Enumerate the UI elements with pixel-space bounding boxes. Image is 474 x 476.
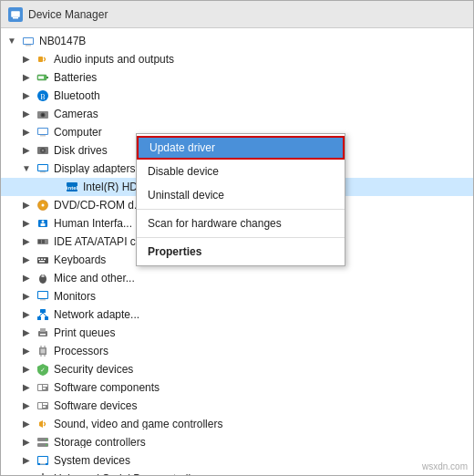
expand-keyboards[interactable]: ▶ <box>19 253 34 267</box>
svg-rect-15 <box>40 135 46 137</box>
intel-icon: intel <box>65 180 79 194</box>
context-menu-properties[interactable]: Properties <box>137 240 345 264</box>
security-label: Security devices <box>54 364 133 375</box>
context-menu-disable[interactable]: Disable device <box>137 160 345 183</box>
svg-rect-33 <box>37 257 48 264</box>
sound-label: Sound, video and game controllers <box>54 419 222 429</box>
svg-rect-45 <box>37 316 41 320</box>
svg-rect-53 <box>41 349 46 354</box>
tree-item-network[interactable]: ▶ Network adapte... <box>1 305 473 324</box>
diskdrives-icon <box>36 143 50 158</box>
expand-print[interactable]: ▶ <box>19 326 34 340</box>
svg-rect-3 <box>26 45 31 47</box>
expand-sound[interactable]: ▶ <box>19 417 34 431</box>
tree-item-bluetooth[interactable]: ▶ B Bluetooth <box>1 87 473 105</box>
svg-rect-66 <box>43 406 46 408</box>
diskdrives-label: Disk drives <box>54 145 108 156</box>
tree-item-processors[interactable]: ▶ Processors <box>1 342 473 360</box>
svg-text:intel: intel <box>67 185 78 191</box>
usb-label: Universal Serial Bus controllers <box>54 473 206 475</box>
svg-text:B: B <box>40 93 45 101</box>
display-icon <box>36 161 50 176</box>
uninstall-device-label: Uninstall device <box>148 189 224 202</box>
expand-softwaredev[interactable]: ▶ <box>19 398 34 413</box>
expand-cameras[interactable]: ▶ <box>19 107 34 121</box>
expand-system[interactable]: ▶ <box>19 453 34 468</box>
svg-point-26 <box>42 204 45 207</box>
update-driver-label: Update driver <box>149 141 215 154</box>
print-icon <box>36 326 50 340</box>
svg-marker-67 <box>39 420 43 428</box>
svg-rect-42 <box>40 299 46 301</box>
svg-rect-7 <box>46 77 48 78</box>
tree-item-mice[interactable]: ▶ Mice and other... <box>1 269 473 287</box>
bluetooth-icon: B <box>36 88 50 103</box>
dvd-icon <box>36 198 50 212</box>
tree-item-system[interactable]: ▶ System devices <box>1 451 473 470</box>
expand-root[interactable]: ▼ <box>5 34 19 48</box>
tree-root[interactable]: ▼ NB0147B <box>1 32 473 50</box>
storage-label: Storage controllers <box>54 437 146 448</box>
context-menu-sep1 <box>137 209 345 210</box>
expand-dvd[interactable]: ▶ <box>19 198 34 212</box>
expand-batteries[interactable]: ▶ <box>19 70 34 85</box>
expand-network[interactable]: ▶ <box>19 307 34 322</box>
content-area: ▼ NB0147B ▶ <box>1 28 473 475</box>
expand-audio[interactable]: ▶ <box>19 52 34 67</box>
tree-item-batteries[interactable]: ▶ Batteries <box>1 68 473 87</box>
svg-line-48 <box>43 313 46 316</box>
context-menu-uninstall[interactable]: Uninstall device <box>137 183 345 207</box>
expand-processors[interactable]: ▶ <box>19 344 34 358</box>
expand-storage[interactable]: ▶ <box>19 435 34 450</box>
expand-monitors[interactable]: ▶ <box>19 289 34 304</box>
expand-display[interactable]: ▼ <box>19 161 34 176</box>
svg-rect-16 <box>38 129 47 134</box>
device-manager-window: Device Manager ▼ NB0147B ▶ <box>0 0 474 476</box>
softwaredev-label: Software devices <box>54 400 137 411</box>
keyboards-label: Keyboards <box>54 254 106 265</box>
tree-item-sound[interactable]: ▶ Sound, video and game controllers <box>1 415 473 433</box>
expand-ide[interactable]: ▶ <box>19 234 34 249</box>
svg-rect-44 <box>40 309 46 313</box>
svg-point-28 <box>42 221 45 223</box>
tree-item-print[interactable]: ▶ Print queues <box>1 324 473 342</box>
processors-icon <box>36 344 50 358</box>
computer-label: Computer <box>54 127 102 138</box>
tree-item-storage[interactable]: ▶ Storage controllers <box>1 433 473 451</box>
context-menu-update[interactable]: Update driver <box>137 136 345 160</box>
expand-mice[interactable]: ▶ <box>19 271 34 285</box>
batteries-icon <box>36 70 50 85</box>
tree-item-softwarecomp[interactable]: ▶ Software components <box>1 378 473 397</box>
tree-item-audio[interactable]: ▶ Audio inputs and outputs <box>1 50 473 68</box>
svg-point-71 <box>46 444 47 446</box>
svg-rect-62 <box>43 388 46 389</box>
tree-item-usb[interactable]: ▶ Universal Serial Bus controllers <box>1 470 473 475</box>
tree-item-softwaredev[interactable]: ▶ Software devices <box>1 397 473 415</box>
mice-icon <box>36 271 50 285</box>
svg-rect-4 <box>24 38 33 44</box>
sound-icon <box>36 417 50 431</box>
tree-item-monitors[interactable]: ▶ Monitors <box>1 287 473 305</box>
tree-item-security[interactable]: ▶ ✓ Security devices <box>1 360 473 378</box>
expand-bluetooth[interactable]: ▶ <box>19 88 34 103</box>
svg-rect-31 <box>38 240 41 243</box>
expand-human[interactable]: ▶ <box>19 216 34 231</box>
svg-rect-46 <box>45 316 48 320</box>
human-icon <box>36 216 50 231</box>
expand-computer[interactable]: ▶ <box>19 125 34 140</box>
network-icon <box>36 307 50 322</box>
expand-softwarecomp[interactable]: ▶ <box>19 380 34 395</box>
dvd-label: DVD/CD-ROM d... <box>54 200 143 211</box>
svg-rect-1 <box>13 17 18 19</box>
tree-item-cameras[interactable]: ▶ Cameras <box>1 105 473 123</box>
context-menu-sep2 <box>137 237 345 238</box>
context-menu-scan[interactable]: Scan for hardware changes <box>137 212 345 235</box>
softwarecomp-label: Software components <box>54 382 160 393</box>
expand-security[interactable]: ▶ <box>19 362 34 377</box>
svg-rect-32 <box>42 240 45 243</box>
svg-rect-43 <box>38 292 47 298</box>
bluetooth-label: Bluetooth <box>54 90 100 101</box>
expand-usb[interactable]: ▶ <box>19 471 34 475</box>
scan-label: Scan for hardware changes <box>148 217 282 230</box>
expand-diskdrives[interactable]: ▶ <box>19 143 34 158</box>
